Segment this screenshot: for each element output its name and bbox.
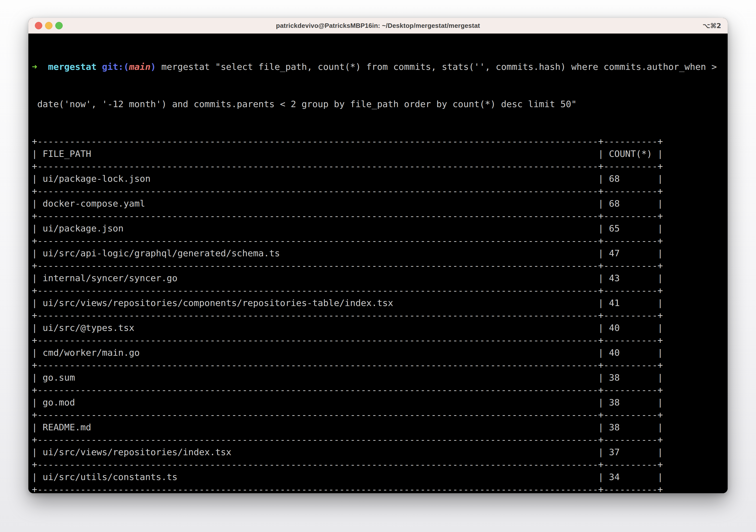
table-row: | ui/src/@types.tsx | 40 | [32,322,724,334]
zoom-button[interactable] [55,22,63,29]
close-button[interactable] [35,22,42,29]
table-row: | ui/src/utils/constants.ts | 34 | [32,471,724,483]
git-suffix: ) [150,62,161,72]
table-row: | docker-compose.yaml | 68 | [32,197,724,210]
prompt-cwd: mergestat [48,62,102,72]
table-row: | ui/src/views/repositories/index.tsx | … [32,446,724,458]
terminal-window: patrickdevivo@PatricksMBP16in: ~/Desktop… [28,18,728,493]
table-border-line: +---------------------------------------… [32,284,724,297]
table-row: | README.md | 38 | [32,421,724,434]
results-table: +---------------------------------------… [32,135,724,493]
table-border-line: +---------------------------------------… [32,309,724,322]
table-row: | internal/syncer/syncer.go | 43 | [32,272,724,284]
table-border-line: +---------------------------------------… [32,434,724,446]
table-border-line: +---------------------------------------… [32,185,724,197]
table-border-line: +---------------------------------------… [32,135,724,148]
table-row: | ui/src/api-logic/graphql/generated/sch… [32,247,724,260]
prompt-line: ➜ mergestat git:(main) mergestat "select… [32,61,724,73]
table-row: | ui/package.json | 65 | [32,222,724,235]
git-branch: main [129,62,150,72]
table-border-line: +---------------------------------------… [32,483,724,493]
title-bar[interactable]: patrickdevivo@PatricksMBP16in: ~/Desktop… [28,18,728,34]
table-border-line: +---------------------------------------… [32,160,724,172]
table-border-line: +---------------------------------------… [32,384,724,396]
table-row: | ui/src/views/repositories/components/r… [32,297,724,309]
table-border-line: +---------------------------------------… [32,260,724,272]
table-border-line: +---------------------------------------… [32,235,724,247]
table-border-line: +---------------------------------------… [32,359,724,371]
terminal-content[interactable]: ➜ mergestat git:(main) mergestat "select… [28,34,728,493]
table-row: | cmd/worker/main.go | 40 | [32,346,724,359]
prompt-arrow: ➜ [32,62,48,72]
table-header-line: | FILE_PATH | COUNT(*) | [32,148,724,160]
window-title: patrickdevivo@PatricksMBP16in: ~/Desktop… [276,22,480,30]
git-prefix: git:( [102,62,129,72]
table-border-line: +---------------------------------------… [32,334,724,346]
command-text-line2: date('now', '-12 month') and commits.par… [32,98,724,110]
table-border-line: +---------------------------------------… [32,409,724,421]
table-border-line: +---------------------------------------… [32,458,724,471]
table-row: | go.sum | 38 | [32,371,724,384]
tab-shortcut-badge: ⌥⌘2 [703,18,721,33]
table-border-line: +---------------------------------------… [32,210,724,222]
table-row: | ui/package-lock.json | 68 | [32,172,724,185]
table-row: | go.mod | 38 | [32,396,724,409]
command-text-line1: mergestat "select file_path, count(*) fr… [161,62,717,72]
traffic-lights [35,18,63,33]
minimize-button[interactable] [45,22,52,29]
